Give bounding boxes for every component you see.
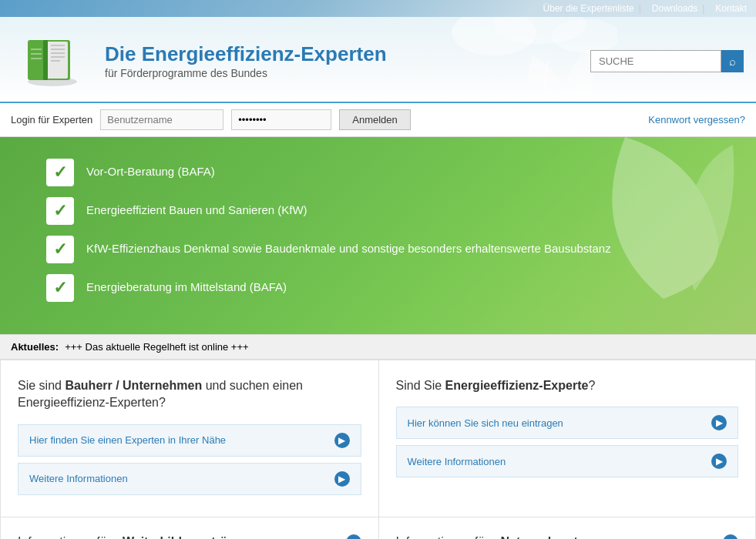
aktuelles-label: Aktuelles: xyxy=(11,341,59,353)
more-info-experte-label: Weitere Informationen xyxy=(408,456,506,467)
username-input[interactable] xyxy=(100,109,223,130)
header: Die Energieeffizienz-Experten für Förder… xyxy=(0,17,756,102)
register-arrow: ▶ xyxy=(711,415,727,430)
experte-card: Sind Sie Energieeffizienz-Experte? Hier … xyxy=(378,360,757,517)
login-label: Login für Experten xyxy=(11,114,92,126)
sep2: | xyxy=(702,3,704,14)
aktuelles-bar: Aktuelles: +++ Das aktuelle Regelheft is… xyxy=(0,334,756,360)
experte-bold: Energieeffizienz-Experte xyxy=(445,379,589,392)
about-link[interactable]: Über die Expertenliste xyxy=(543,3,634,14)
password-input[interactable] xyxy=(231,109,331,130)
netzwerk-title: Informationen für Netzwerkpartner xyxy=(396,535,597,539)
netzwerk-card[interactable]: Informationen für Netzwerkpartner ▶ xyxy=(378,517,757,539)
weiterbildung-title: Informationen für Weiterbildungsträger xyxy=(18,535,247,539)
aktuelles-text: +++ Das aktuelle Regelheft ist online ++… xyxy=(65,341,249,353)
sep1: | xyxy=(639,3,641,14)
find-expert-label: Hier finden Sie einen Experten in Ihrer … xyxy=(29,434,226,446)
contact-link[interactable]: Kontakt xyxy=(715,3,747,14)
check-icon-4: ✓ xyxy=(46,274,74,302)
top-navigation: Über die Expertenliste | Downloads | Kon… xyxy=(0,0,756,17)
hero-text-1: Vor-Ort-Beratung (BAFA) xyxy=(86,159,215,179)
register-link[interactable]: Hier können Sie sich neu eintragen ▶ xyxy=(396,407,739,439)
logo xyxy=(12,30,89,92)
netzwerk-arrow: ▶ xyxy=(723,534,738,539)
more-info-experte-arrow: ▶ xyxy=(711,454,727,469)
hero-section: ✓ Vor-Ort-Beratung (BAFA) ✓ Energieeffiz… xyxy=(0,137,756,334)
downloads-link[interactable]: Downloads xyxy=(652,3,697,14)
hero-text-2: Energieeffizient Bauen und Sanieren (KfW… xyxy=(86,197,307,218)
logo-image xyxy=(20,34,82,88)
register-label: Hier können Sie sich neu eintragen xyxy=(408,417,563,429)
check-icon-2: ✓ xyxy=(46,197,74,225)
more-info-bauherr-link[interactable]: Weitere Informationen ▶ xyxy=(18,463,361,495)
search-area: ⌕ xyxy=(590,50,744,72)
bauherr-card: Sie sind Bauherr / Unternehmen und suche… xyxy=(0,360,378,517)
bauherr-card-title: Sie sind Bauherr / Unternehmen und suche… xyxy=(18,377,361,412)
bauherr-bold: Bauherr / Unternehmen xyxy=(65,379,202,392)
experte-card-title: Sind Sie Energieeffizienz-Experte? xyxy=(396,377,739,394)
cards-section: Sie sind Bauherr / Unternehmen und suche… xyxy=(0,360,756,539)
more-info-experte-link[interactable]: Weitere Informationen ▶ xyxy=(396,445,739,477)
find-expert-link[interactable]: Hier finden Sie einen Experten in Ihrer … xyxy=(18,424,361,457)
weiterbildung-bold: Weiterbildungsträger xyxy=(123,535,247,539)
check-icon-3: ✓ xyxy=(46,236,74,263)
login-bar: Login für Experten Anmelden Kennwort ver… xyxy=(0,102,756,137)
more-info-bauherr-label: Weitere Informationen xyxy=(29,473,128,484)
svg-rect-2 xyxy=(46,42,68,79)
search-button[interactable]: ⌕ xyxy=(721,50,744,72)
hero-text-4: Energieberatung im Mittelstand (BAFA) xyxy=(86,274,287,295)
login-button[interactable]: Anmelden xyxy=(339,109,411,130)
svg-rect-3 xyxy=(43,40,48,80)
netzwerk-bold: Netzwerkpartner xyxy=(500,535,596,539)
weiterbildung-arrow: ▶ xyxy=(346,534,361,539)
forgot-password-link[interactable]: Kennwort vergessen? xyxy=(648,114,745,126)
weiterbildung-card[interactable]: Informationen für Weiterbildungsträger ▶ xyxy=(0,517,378,539)
hero-leaf-decoration xyxy=(509,137,756,306)
search-input[interactable] xyxy=(590,50,721,72)
find-expert-arrow: ▶ xyxy=(334,433,350,448)
more-info-bauherr-arrow: ▶ xyxy=(334,471,350,487)
check-icon-1: ✓ xyxy=(46,159,74,186)
